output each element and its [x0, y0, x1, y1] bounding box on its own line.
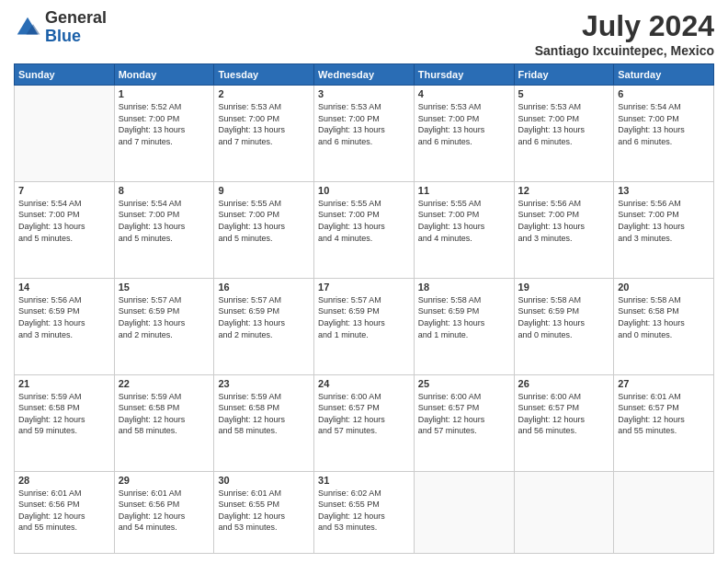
day-detail: Sunrise: 5:55 AM Sunset: 7:00 PM Dayligh… — [418, 198, 510, 244]
day-cell — [414, 471, 514, 553]
day-cell: 7Sunrise: 5:54 AM Sunset: 7:00 PM Daylig… — [15, 181, 115, 278]
day-detail: Sunrise: 5:53 AM Sunset: 7:00 PM Dayligh… — [518, 101, 610, 147]
day-cell: 12Sunrise: 5:56 AM Sunset: 7:00 PM Dayli… — [514, 181, 614, 278]
day-cell: 19Sunrise: 5:58 AM Sunset: 6:59 PM Dayli… — [514, 278, 614, 374]
day-cell: 18Sunrise: 5:58 AM Sunset: 6:59 PM Dayli… — [414, 278, 514, 374]
day-detail: Sunrise: 5:55 AM Sunset: 7:00 PM Dayligh… — [218, 198, 310, 244]
day-cell: 22Sunrise: 5:59 AM Sunset: 6:58 PM Dayli… — [114, 374, 214, 471]
day-cell: 11Sunrise: 5:55 AM Sunset: 7:00 PM Dayli… — [414, 181, 514, 278]
day-detail: Sunrise: 5:56 AM Sunset: 7:00 PM Dayligh… — [518, 198, 610, 244]
day-cell: 9Sunrise: 5:55 AM Sunset: 7:00 PM Daylig… — [214, 181, 314, 278]
week-row-5: 28Sunrise: 6:01 AM Sunset: 6:56 PM Dayli… — [15, 471, 714, 553]
day-number: 8 — [119, 185, 210, 196]
day-number: 23 — [218, 378, 310, 389]
day-cell: 3Sunrise: 5:53 AM Sunset: 7:00 PM Daylig… — [314, 86, 415, 182]
day-detail: Sunrise: 5:53 AM Sunset: 7:00 PM Dayligh… — [218, 101, 310, 147]
day-cell: 16Sunrise: 5:57 AM Sunset: 6:59 PM Dayli… — [214, 278, 314, 374]
day-cell: 1Sunrise: 5:52 AM Sunset: 7:00 PM Daylig… — [114, 86, 214, 182]
day-detail: Sunrise: 5:52 AM Sunset: 7:00 PM Dayligh… — [119, 101, 210, 147]
day-cell: 25Sunrise: 6:00 AM Sunset: 6:57 PM Dayli… — [414, 374, 514, 471]
day-number: 21 — [18, 378, 110, 389]
day-number: 19 — [518, 282, 610, 293]
title-location: Santiago Ixcuintepec, Mexico — [535, 43, 714, 58]
day-detail: Sunrise: 6:01 AM Sunset: 6:56 PM Dayligh… — [18, 488, 110, 534]
day-detail: Sunrise: 6:00 AM Sunset: 6:57 PM Dayligh… — [318, 391, 410, 437]
day-detail: Sunrise: 6:01 AM Sunset: 6:57 PM Dayligh… — [618, 391, 710, 437]
day-cell: 20Sunrise: 5:58 AM Sunset: 6:58 PM Dayli… — [614, 278, 714, 374]
day-cell: 13Sunrise: 5:56 AM Sunset: 7:00 PM Dayli… — [614, 181, 714, 278]
day-cell: 24Sunrise: 6:00 AM Sunset: 6:57 PM Dayli… — [314, 374, 415, 471]
logo: General Blue — [14, 9, 107, 46]
day-cell: 6Sunrise: 5:54 AM Sunset: 7:00 PM Daylig… — [614, 86, 714, 182]
header-row: SundayMondayTuesdayWednesdayThursdayFrid… — [15, 64, 714, 86]
col-header-saturday: Saturday — [614, 64, 714, 86]
day-detail: Sunrise: 5:55 AM Sunset: 7:00 PM Dayligh… — [318, 198, 410, 244]
day-cell: 26Sunrise: 6:00 AM Sunset: 6:57 PM Dayli… — [514, 374, 614, 471]
day-detail: Sunrise: 5:57 AM Sunset: 6:59 PM Dayligh… — [218, 294, 310, 340]
day-cell: 30Sunrise: 6:01 AM Sunset: 6:55 PM Dayli… — [214, 471, 314, 553]
day-detail: Sunrise: 5:58 AM Sunset: 6:59 PM Dayligh… — [518, 294, 610, 340]
week-row-1: 1Sunrise: 5:52 AM Sunset: 7:00 PM Daylig… — [15, 86, 714, 182]
col-header-monday: Monday — [114, 64, 214, 86]
day-cell: 15Sunrise: 5:57 AM Sunset: 6:59 PM Dayli… — [114, 278, 214, 374]
day-number: 7 — [18, 185, 110, 196]
day-cell: 31Sunrise: 6:02 AM Sunset: 6:55 PM Dayli… — [314, 471, 415, 553]
day-number: 22 — [119, 378, 210, 389]
day-number: 2 — [218, 88, 310, 99]
day-detail: Sunrise: 5:59 AM Sunset: 6:58 PM Dayligh… — [218, 391, 310, 437]
day-cell: 21Sunrise: 5:59 AM Sunset: 6:58 PM Dayli… — [15, 374, 115, 471]
day-number: 10 — [318, 185, 410, 196]
day-number: 3 — [318, 88, 410, 99]
day-cell: 4Sunrise: 5:53 AM Sunset: 7:00 PM Daylig… — [414, 86, 514, 182]
page: General Blue July 2024 Santiago Ixcuinte… — [0, 0, 728, 563]
day-number: 30 — [218, 475, 310, 486]
day-detail: Sunrise: 5:57 AM Sunset: 6:59 PM Dayligh… — [119, 294, 210, 340]
day-detail: Sunrise: 5:58 AM Sunset: 6:58 PM Dayligh… — [618, 294, 710, 340]
day-number: 11 — [418, 185, 510, 196]
col-header-thursday: Thursday — [414, 64, 514, 86]
day-detail: Sunrise: 6:00 AM Sunset: 6:57 PM Dayligh… — [418, 391, 510, 437]
col-header-wednesday: Wednesday — [314, 64, 415, 86]
day-detail: Sunrise: 6:01 AM Sunset: 6:56 PM Dayligh… — [119, 488, 210, 534]
day-number: 28 — [18, 475, 110, 486]
day-number: 4 — [418, 88, 510, 99]
day-detail: Sunrise: 5:57 AM Sunset: 6:59 PM Dayligh… — [318, 294, 410, 340]
logo-icon — [14, 14, 41, 41]
title-month: July 2024 — [535, 9, 714, 43]
day-cell: 14Sunrise: 5:56 AM Sunset: 6:59 PM Dayli… — [15, 278, 115, 374]
day-detail: Sunrise: 5:54 AM Sunset: 7:00 PM Dayligh… — [618, 101, 710, 147]
header: General Blue July 2024 Santiago Ixcuinte… — [14, 9, 714, 58]
day-number: 18 — [418, 282, 510, 293]
col-header-sunday: Sunday — [15, 64, 115, 86]
day-detail: Sunrise: 5:54 AM Sunset: 7:00 PM Dayligh… — [119, 198, 210, 244]
day-number: 25 — [418, 378, 510, 389]
day-cell: 27Sunrise: 6:01 AM Sunset: 6:57 PM Dayli… — [614, 374, 714, 471]
day-cell: 10Sunrise: 5:55 AM Sunset: 7:00 PM Dayli… — [314, 181, 415, 278]
col-header-friday: Friday — [514, 64, 614, 86]
day-cell: 29Sunrise: 6:01 AM Sunset: 6:56 PM Dayli… — [114, 471, 214, 553]
week-row-4: 21Sunrise: 5:59 AM Sunset: 6:58 PM Dayli… — [15, 374, 714, 471]
day-number: 24 — [318, 378, 410, 389]
day-number: 12 — [518, 185, 610, 196]
day-detail: Sunrise: 5:56 AM Sunset: 6:59 PM Dayligh… — [18, 294, 110, 340]
day-cell — [15, 86, 115, 182]
day-detail: Sunrise: 6:02 AM Sunset: 6:55 PM Dayligh… — [318, 488, 410, 534]
day-cell: 17Sunrise: 5:57 AM Sunset: 6:59 PM Dayli… — [314, 278, 415, 374]
day-number: 14 — [18, 282, 110, 293]
day-detail: Sunrise: 5:54 AM Sunset: 7:00 PM Dayligh… — [18, 198, 110, 244]
day-cell: 28Sunrise: 6:01 AM Sunset: 6:56 PM Dayli… — [15, 471, 115, 553]
week-row-3: 14Sunrise: 5:56 AM Sunset: 6:59 PM Dayli… — [15, 278, 714, 374]
day-detail: Sunrise: 5:59 AM Sunset: 6:58 PM Dayligh… — [119, 391, 210, 437]
day-cell — [614, 471, 714, 553]
day-number: 5 — [518, 88, 610, 99]
day-number: 16 — [218, 282, 310, 293]
col-header-tuesday: Tuesday — [214, 64, 314, 86]
day-detail: Sunrise: 6:01 AM Sunset: 6:55 PM Dayligh… — [218, 488, 310, 534]
day-number: 29 — [119, 475, 210, 486]
day-detail: Sunrise: 5:58 AM Sunset: 6:59 PM Dayligh… — [418, 294, 510, 340]
day-number: 9 — [218, 185, 310, 196]
day-detail: Sunrise: 5:56 AM Sunset: 7:00 PM Dayligh… — [618, 198, 710, 244]
day-detail: Sunrise: 5:53 AM Sunset: 7:00 PM Dayligh… — [318, 101, 410, 147]
calendar-table: SundayMondayTuesdayWednesdayThursdayFrid… — [14, 63, 714, 554]
day-detail: Sunrise: 5:53 AM Sunset: 7:00 PM Dayligh… — [418, 101, 510, 147]
